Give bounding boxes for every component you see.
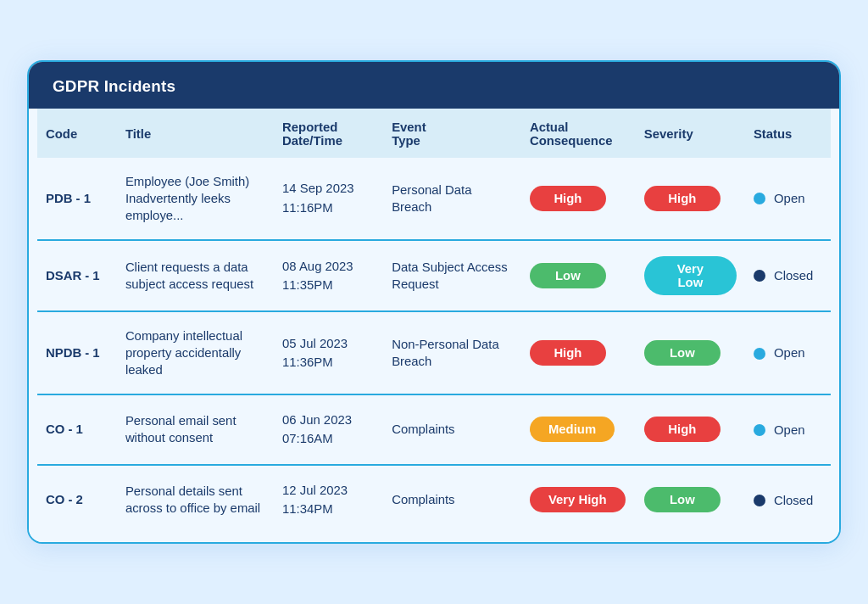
incidents-table: Code Title ReportedDate/Time EventType A… (37, 109, 831, 534)
cell-event-type: Data Subject Access Request (383, 240, 521, 311)
table-row[interactable]: PDB - 1 Employee (Joe Smith) Inadvertent… (37, 158, 831, 240)
cell-severity: High (636, 394, 745, 465)
cell-event-type: Non-Personal Data Breach (383, 311, 521, 394)
consequence-badge: High (530, 340, 606, 366)
cell-datetime: 08 Aug 202311:35PM (274, 240, 383, 311)
cell-event-type: Complaints (383, 394, 521, 465)
cell-consequence: High (521, 311, 636, 394)
consequence-badge: High (530, 186, 606, 211)
table-row[interactable]: DSAR - 1 Client requests a data subject … (37, 240, 831, 311)
card-title: GDPR Incidents (53, 77, 175, 95)
cell-code: PDB - 1 (37, 158, 117, 240)
cell-datetime: 05 Jul 202311:36PM (274, 311, 383, 394)
table-wrap: Code Title ReportedDate/Time EventType A… (29, 109, 839, 543)
status-dot (754, 270, 765, 282)
cell-severity: High (636, 158, 745, 240)
status-label: Closed (774, 269, 813, 282)
severity-badge: High (644, 186, 721, 211)
severity-badge: High (644, 417, 721, 442)
cell-datetime: 14 Sep 202311:16PM (274, 158, 383, 240)
consequence-badge: Very High (530, 487, 626, 512)
cell-consequence: Very High (521, 465, 636, 534)
status-dot (754, 495, 765, 506)
cell-code: DSAR - 1 (37, 240, 117, 311)
cell-status: Open (745, 158, 831, 240)
cell-title: Personal email sent without consent (117, 394, 274, 465)
status-dot (754, 193, 765, 204)
col-datetime: ReportedDate/Time (274, 109, 383, 158)
cell-event-type: Complaints (383, 465, 521, 534)
severity-badge: Very Low (644, 256, 737, 295)
status-label: Open (774, 192, 804, 205)
col-consequence: ActualConsequence (521, 109, 636, 158)
col-title: Title (117, 109, 274, 158)
cell-consequence: Low (521, 240, 636, 311)
cell-severity: Low (636, 465, 745, 534)
severity-badge: Low (644, 487, 721, 512)
cell-event-type: Personal Data Breach (383, 158, 521, 240)
cell-status: Closed (745, 240, 831, 311)
cell-code: NPDB - 1 (37, 311, 117, 394)
table-header-row: Code Title ReportedDate/Time EventType A… (37, 109, 831, 158)
status-label: Open (774, 423, 804, 437)
table-row[interactable]: CO - 2 Personal details sent across to o… (37, 465, 831, 534)
status-label: Closed (774, 494, 813, 507)
cell-datetime: 06 Jun 202307:16AM (274, 394, 383, 465)
status-dot (754, 348, 765, 360)
col-severity: Severity (636, 109, 745, 158)
status-label: Open (774, 347, 804, 361)
col-code: Code (37, 109, 117, 158)
col-status: Status (745, 109, 831, 158)
cell-title: Employee (Joe Smith) Inadvertently leeks… (117, 158, 274, 240)
table-row[interactable]: CO - 1 Personal email sent without conse… (37, 394, 831, 465)
col-event-type: EventType (383, 109, 521, 158)
cell-datetime: 12 Jul 202311:34PM (274, 465, 383, 534)
cell-title: Company intellectual property accidental… (117, 311, 274, 394)
cell-status: Open (745, 394, 831, 465)
table-row[interactable]: NPDB - 1 Company intellectual property a… (37, 311, 831, 394)
cell-status: Closed (745, 465, 831, 534)
cell-status: Open (745, 311, 831, 394)
cell-code: CO - 2 (37, 465, 117, 534)
cell-consequence: Medium (521, 394, 636, 465)
cell-title: Personal details sent across to office b… (117, 465, 274, 534)
severity-badge: Low (644, 340, 721, 366)
consequence-badge: Low (530, 263, 606, 288)
cell-consequence: High (521, 158, 636, 240)
cell-code: CO - 1 (37, 394, 117, 465)
status-dot (754, 424, 765, 436)
cell-severity: Very Low (636, 240, 745, 311)
consequence-badge: Medium (530, 417, 615, 442)
cell-severity: Low (636, 311, 745, 394)
cell-title: Client requests a data subject access re… (117, 240, 274, 311)
gdpr-incidents-card: GDPR Incidents Code Title ReportedDate/T… (27, 60, 841, 545)
card-header: GDPR Incidents (29, 62, 839, 109)
